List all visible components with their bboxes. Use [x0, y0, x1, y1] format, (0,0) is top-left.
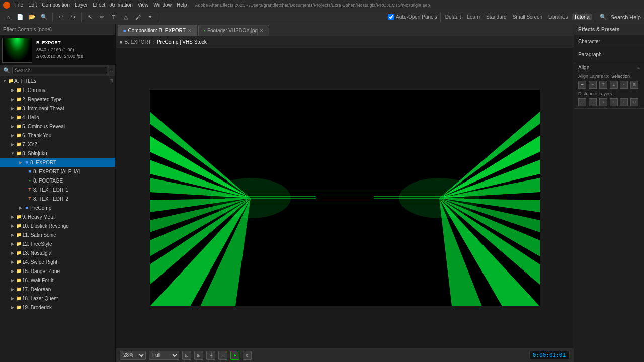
menu-layer[interactable]: Layer [75, 2, 88, 8]
dist-bottom[interactable]: ⊟ [630, 98, 638, 106]
tree-item-8-export[interactable]: ▶ ■ 8. EXPORT [0, 158, 115, 167]
align-bottom[interactable]: ⊟ [630, 81, 638, 89]
comp-header: ■ B. EXPORT › PreComp | VHS Stock [116, 36, 574, 48]
workspace-tutorial[interactable]: Tutorial [572, 14, 592, 20]
undo-button[interactable]: ↩ [56, 12, 66, 22]
redo-button[interactable]: ↪ [68, 12, 78, 22]
align-hcenter[interactable]: ⊣ [589, 81, 597, 89]
breadcrumb-root[interactable]: B. EXPORT [124, 39, 151, 45]
tree-arrow: ▶ [10, 87, 15, 93]
tree-item-3-imminent[interactable]: ▶ 📁 3. Imminent Threat [0, 104, 115, 113]
tree-item-16-wait[interactable]: ▶ 📁 16. Wait For It [0, 276, 115, 285]
workspace-libraries[interactable]: Libraries [547, 14, 569, 20]
mask-button[interactable]: ⊓ [218, 351, 227, 360]
tool-pen[interactable]: ✏ [97, 12, 107, 22]
tree-item-precomp[interactable]: ▶ ■ PreComp [0, 203, 115, 212]
align-vcenter[interactable]: ⊦ [620, 81, 628, 89]
dist-vcenter[interactable]: ⊦ [620, 98, 628, 106]
tree-item-2-repeated[interactable]: ▶ 📁 2. Repeated Type [0, 95, 115, 104]
character-title[interactable]: Character [578, 37, 640, 46]
workspace-standard[interactable]: Standard [485, 14, 508, 20]
tree-arrow: ▶ [10, 97, 15, 102]
comp-tab-close[interactable]: ✕ [188, 28, 192, 33]
tree-item-6-thankyou[interactable]: ▶ 📁 6. Thank You [0, 131, 115, 140]
tree-item-5-ominous[interactable]: ▶ 📁 5. Ominous Reveal [0, 122, 115, 131]
tree-item-10-lipstick[interactable]: ▶ 📁 10. Lipstick Revenge [0, 221, 115, 230]
tree-item-15-danger[interactable]: ▶ 📁 15. Danger Zone [0, 266, 115, 276]
tree-item-18-lazer[interactable]: ▶ 📁 18. Lazer Quest [0, 294, 115, 303]
alpha-button[interactable]: α [243, 351, 252, 360]
open-project-button[interactable]: 📂 [27, 12, 37, 22]
tab-footage[interactable]: ▪ Footage: VHSBOX.jpg ✕ [198, 25, 269, 36]
dist-right[interactable]: ⊤ [599, 98, 607, 106]
tree-item-11-satin[interactable]: ▶ 📁 11. Satin Sonic [0, 230, 115, 239]
sort-icon[interactable]: ≡ [109, 68, 112, 74]
menu-effect[interactable]: Effect [93, 2, 105, 8]
green-rays-visual [150, 90, 540, 306]
align-right[interactable]: ⊤ [599, 81, 607, 89]
tree-item-9-heavy[interactable]: ▶ 📁 9. Heavy Metal [0, 212, 115, 221]
tree-item-13-nostalgia[interactable]: ▶ 📁 13. Nostalgia [0, 248, 115, 257]
workspace-small-screen[interactable]: Small Screen [511, 14, 544, 20]
tree-item-4-hello[interactable]: ▶ 📁 4. Hello [0, 113, 115, 122]
project-search-input[interactable] [12, 67, 107, 74]
tree-item-1-chroma[interactable]: ▶ 📁 1. Chroma [0, 85, 115, 95]
tool-shape[interactable]: △ [121, 12, 131, 22]
menu-window[interactable]: Window [153, 2, 172, 8]
tree-item-19-broderick[interactable]: ▶ 📁 19. Broderick [0, 303, 115, 312]
search-button[interactable]: 🔍 [598, 12, 608, 22]
new-project-button[interactable]: 📄 [15, 12, 25, 22]
tree-label: 10. Lipstick Revenge [22, 223, 69, 229]
menu-edit[interactable]: Edit [28, 2, 37, 8]
right-panel: Effects & Presets Character Paragraph Al… [574, 24, 644, 362]
tool-clone[interactable]: ✦ [145, 12, 155, 22]
tree-item-17-delorean[interactable]: ▶ 📁 17. Delorean [0, 285, 115, 294]
breadcrumb-arrow: › [153, 39, 155, 45]
composition-view[interactable] [116, 48, 574, 348]
align-top[interactable]: ⊥ [610, 81, 618, 89]
tree-item-12-freestyle[interactable]: ▶ 📁 12. FreeStyle [0, 239, 115, 248]
roi-button[interactable]: ⊡ [182, 351, 191, 360]
footage-tab-close[interactable]: ✕ [260, 28, 264, 33]
align-header: Align ≡ [578, 63, 640, 72]
tool-select[interactable]: ↖ [85, 12, 95, 22]
timecode-display[interactable]: 0:00:01:01 [529, 351, 570, 359]
workspace-default[interactable]: Default [444, 14, 463, 20]
tree-arrow: ▶ [18, 160, 23, 165]
paragraph-title[interactable]: Paragraph [578, 50, 640, 59]
tree-item-8-export-alpha[interactable]: ■ 8. EXPORT [ALPHA] [0, 167, 115, 176]
tool-brush[interactable]: 🖌 [133, 12, 143, 22]
menu-composition[interactable]: Composition [42, 2, 70, 8]
menu-view[interactable]: View [138, 2, 149, 8]
menu-help[interactable]: Help [177, 2, 187, 8]
tree-item-a-titles[interactable]: ▼ 📁 A. TITLEs ⊞ [0, 76, 115, 85]
tree-item-8-shinjuku[interactable]: ▼ 📁 8. Shinjuku [0, 149, 115, 158]
folder-icon: 📁 [15, 231, 22, 238]
menu-file[interactable]: File [15, 2, 23, 8]
home-button[interactable]: ⌂ [3, 12, 13, 22]
tree-item-8-text1[interactable]: T 8. TEXT EDIT 1 [0, 185, 115, 194]
auto-open-checkbox[interactable] [388, 14, 394, 20]
tool-type[interactable]: T [109, 12, 119, 22]
align-left[interactable]: ⊢ [578, 81, 586, 89]
folder-icon: 📁 [15, 267, 22, 275]
tree-item-7-xyz[interactable]: ▶ 📁 7. XYZ [0, 140, 115, 149]
render-button[interactable]: ● [230, 351, 239, 360]
tree-item-14-swipe[interactable]: ▶ 📁 14. Swipe Right [0, 257, 115, 266]
grid-button[interactable]: ⊞ [194, 351, 203, 360]
align-title[interactable]: Align [578, 63, 589, 72]
zoom-select[interactable]: 28% 50% 100% [120, 351, 146, 360]
dist-top[interactable]: ⊥ [610, 98, 618, 106]
browse-button[interactable]: 🔍 [39, 12, 49, 22]
menu-animation[interactable]: Animation [110, 2, 132, 8]
dist-hcenter[interactable]: ⊣ [589, 98, 597, 106]
guides-button[interactable]: ╋ [206, 351, 215, 360]
tree-item-8-footage[interactable]: ▪ 8. FOOTAGE [0, 176, 115, 185]
workspace-learn[interactable]: Learn [465, 14, 481, 20]
tree-item-8-text2[interactable]: T 8. TEXT EDIT 2 [0, 194, 115, 203]
dist-left[interactable]: ⊢ [578, 98, 586, 106]
resolution-select[interactable]: Full Half Quarter [149, 351, 179, 360]
align-options-icon[interactable]: ≡ [637, 65, 640, 70]
tab-composition[interactable]: ■ Composition: B. EXPORT ✕ [118, 25, 197, 36]
tree-label: PreComp [30, 205, 51, 211]
